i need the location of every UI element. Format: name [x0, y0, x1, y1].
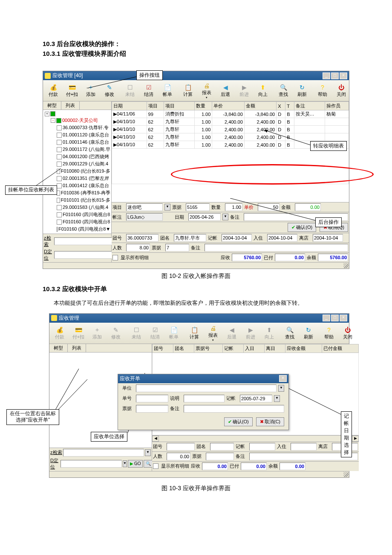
go-button[interactable]: ▶GO: [128, 460, 143, 468]
left-tabs[interactable]: 树型列表: [49, 344, 152, 353]
account-tree[interactable]: + -000002-天昊公司 36.0000733 仇尊轩.专 01.00011…: [43, 110, 111, 234]
figure-caption-2: 图 10-3 应收开单操作界面: [43, 485, 349, 492]
dropdown-icon[interactable]: ▼: [278, 385, 284, 392]
unit-input[interactable]: [136, 384, 277, 392]
tbtn-search[interactable]: 🔍查找: [280, 325, 299, 341]
tbtn-pay[interactable]: 💰付款: [44, 83, 63, 98]
app-window-receivables-2: 应收管理 _□× 💰付款 💳付+扣 ＋添加 ✎修改 ☐未结 ☑结清 📄帐单 📋计…: [49, 313, 349, 478]
tbtn-up[interactable]: ⬆向上: [260, 325, 279, 341]
tbtn-add[interactable]: ＋添加: [88, 325, 107, 341]
maximize-icon[interactable]: □: [331, 72, 339, 79]
dropdown-icon[interactable]: ▼: [164, 204, 170, 211]
tbtn-unsettled[interactable]: ☐未结: [127, 325, 146, 341]
date-input[interactable]: [188, 213, 221, 221]
annot-rightclick: 在任一位置右击鼠标选择"应收开单": [6, 409, 59, 425]
tbtn-edit[interactable]: ✎修改: [107, 325, 125, 341]
tbtn-paydeduct[interactable]: 💳付+扣: [63, 83, 81, 98]
billno-input[interactable]: [136, 395, 168, 402]
tbtn-report[interactable]: 🖨报表▾: [204, 324, 222, 343]
resize-grip[interactable]: [343, 472, 349, 477]
tbtn-bill[interactable]: 📄帐单: [164, 325, 183, 341]
amount-input[interactable]: [295, 203, 321, 211]
left-panel: 树型列表 + -000002-天昊公司 36.0000733 仇尊轩.专 01.…: [43, 101, 112, 262]
locate-input[interactable]: [54, 251, 115, 259]
annot-unit-select: 应收单位选择: [91, 432, 127, 442]
main-toolbar: 💰付款 💳付+扣 ＋添加 ✎修改 ☐未结 ☑结清 📄帐单 📋计算 🖨报表▾ ◀后…: [49, 323, 349, 344]
tbtn-help[interactable]: ?帮助: [320, 325, 338, 341]
titlebar[interactable]: 应收管理 _□×: [49, 314, 349, 323]
heading-10-3: 10.3 后台应收模块的操作：: [43, 40, 349, 48]
cancel-button[interactable]: ✖取消(C): [256, 417, 284, 426]
checkbox[interactable]: [112, 255, 118, 260]
tbtn-refresh[interactable]: ↻刷新: [293, 83, 311, 98]
left-tabs[interactable]: 树型列表: [43, 101, 111, 110]
tbtn-add[interactable]: ＋添加: [81, 83, 100, 98]
tbtn-calc[interactable]: 📋计算: [185, 325, 204, 341]
search-input[interactable]: [63, 449, 144, 457]
receipt-input[interactable]: [186, 203, 210, 211]
annot-account-list: 挂帐单位应收帐列表: [5, 185, 57, 195]
heading-10-3-1: 10.3.1 应收管理模块界面介绍: [43, 50, 349, 58]
app-icon: [45, 73, 51, 79]
annot-date-select: 记帐日期选择: [341, 411, 352, 457]
tbtn-back[interactable]: ◀后退: [216, 83, 235, 98]
annot-toolbar-buttons: 操作按纽: [136, 70, 163, 80]
paragraph: 本功能提供了可在后台进行开单的功能，即增加新的应收客户，用于应收模块初次使用时的…: [43, 299, 349, 308]
close-icon[interactable]: ×: [340, 72, 347, 79]
resize-grip[interactable]: [343, 263, 349, 268]
note-input[interactable]: [126, 213, 163, 221]
tbtn-settled[interactable]: ☑结清: [146, 325, 164, 341]
tbtn-search[interactable]: 🔍查找: [274, 83, 293, 98]
acct-date-input[interactable]: [240, 395, 272, 402]
tbtn-settled[interactable]: ☑结清: [139, 83, 158, 98]
tbtn-report[interactable]: 🖨报表▾: [197, 81, 216, 100]
maximize-icon[interactable]: □: [331, 315, 339, 321]
remark-input[interactable]: [184, 405, 284, 413]
search-label: z检索: [44, 235, 53, 248]
price-input[interactable]: [258, 203, 280, 211]
dropdown-icon[interactable]: ▼: [274, 395, 280, 402]
desc-input[interactable]: [184, 395, 225, 402]
dropdown-icon[interactable]: ▼: [222, 214, 228, 220]
dialog-title: 应收开单: [120, 375, 140, 382]
figure-caption-1: 图 10-2 应收入帐操作界面: [43, 272, 349, 280]
window-title: 应收管理 [40]: [52, 72, 83, 79]
annot-backend-ops: 后台操作: [315, 217, 342, 227]
table-row: ▶04/11/0699消费折扣1.00-3,840.00-3,840.00DB按…: [112, 110, 349, 118]
search-input[interactable]: [54, 237, 115, 245]
ok-button[interactable]: ✔确认(O): [224, 417, 253, 426]
tbtn-help[interactable]: ?帮助: [313, 83, 332, 98]
tbtn-edit[interactable]: ✎修改: [100, 83, 119, 98]
tbtn-bill[interactable]: 📄帐单: [158, 83, 177, 98]
ok-button[interactable]: ✔确认(O): [288, 223, 316, 232]
tbtn-forward[interactable]: ▶前进: [241, 325, 260, 341]
tbtn-up[interactable]: ⬆向上: [254, 83, 272, 98]
tbtn-calc[interactable]: 📋计算: [179, 83, 197, 98]
tbtn-pay[interactable]: 💰付款: [50, 325, 69, 341]
tbtn-paydeduct[interactable]: 💳付+扣: [69, 325, 88, 341]
tbtn-refresh[interactable]: ↻刷新: [299, 325, 318, 341]
receipt-input[interactable]: [136, 405, 168, 413]
item-input[interactable]: [126, 203, 163, 211]
group-name: [174, 234, 206, 242]
table-row: ▶04/10/1062九尊轩1.002,400.002,400.00DB: [112, 118, 349, 126]
checkbox[interactable]: [153, 463, 159, 469]
tbtn-back[interactable]: ◀后退: [222, 325, 241, 341]
qty-input[interactable]: [225, 203, 242, 211]
close-icon[interactable]: ×: [340, 315, 347, 321]
group-no: [126, 234, 159, 242]
tbtn-forward[interactable]: ▶前进: [235, 83, 254, 98]
minimize-icon[interactable]: _: [323, 315, 330, 321]
tbtn-close[interactable]: ⏻关闭: [332, 83, 351, 98]
tbtn-close[interactable]: ⏻关闭: [338, 325, 357, 341]
minimize-icon[interactable]: _: [323, 72, 330, 79]
entry-form: 项目▼ 票据 数量 单价 金额: [112, 202, 349, 212]
close-icon[interactable]: ×: [279, 375, 287, 382]
titlebar[interactable]: 应收管理 [40] _□×: [43, 71, 349, 80]
locate-input[interactable]: [61, 460, 122, 468]
main-toolbar: 💰付款 💳付+扣 ＋添加 ✎修改 ☐未结 ☑结清 📄帐单 📋计算 🖨报表▾ ◀后…: [43, 80, 349, 101]
tbtn-unsettled[interactable]: ☐未结: [121, 83, 139, 98]
create-bill-dialog: 应收开单× 单位▼ 单号说明记帐▼ 票据备注 ✔确认(O) ✖取消(C): [118, 374, 289, 430]
app-icon: [51, 315, 57, 321]
table-row: ▶04/10/1062九尊轩1.002,400.002,400.00DB: [112, 126, 349, 133]
